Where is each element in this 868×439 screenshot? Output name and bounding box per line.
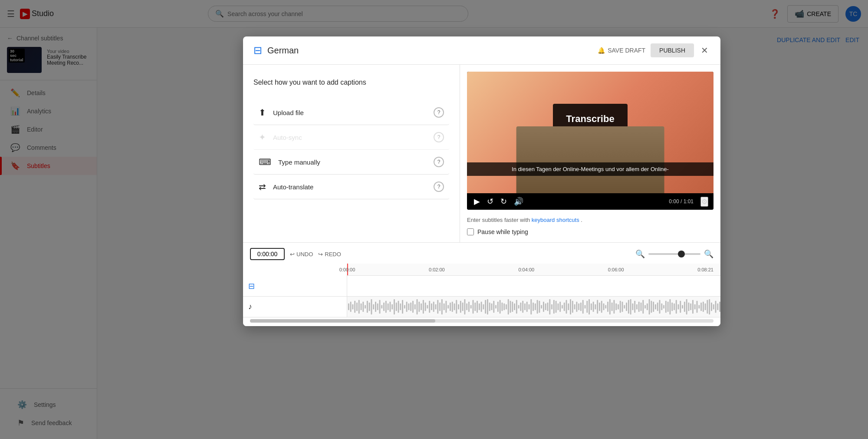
svg-rect-4 — [356, 303, 358, 311]
svg-rect-81 — [516, 300, 517, 314]
svg-rect-29 — [408, 304, 409, 310]
auto-translate-option[interactable]: ⇄ Auto-translate ? — [253, 175, 449, 199]
timeline-scroll[interactable] — [243, 317, 720, 326]
svg-rect-106 — [568, 304, 569, 310]
svg-rect-16 — [381, 305, 382, 309]
svg-rect-0 — [348, 304, 349, 310]
svg-rect-152 — [663, 305, 664, 309]
modal-body: Select how you want to add captions ⬆ Up… — [243, 65, 720, 242]
svg-rect-60 — [473, 300, 474, 314]
svg-rect-168 — [697, 301, 698, 313]
svg-rect-170 — [700, 303, 702, 311]
video-controls: ▶ ↺ ↻ 🔊 0:00 / 1:01 ⚙ — [467, 193, 713, 210]
svg-rect-112 — [580, 303, 582, 311]
svg-rect-176 — [713, 304, 714, 310]
svg-rect-121 — [599, 303, 600, 311]
person-image — [516, 126, 664, 193]
svg-rect-17 — [383, 303, 385, 311]
svg-rect-41 — [433, 302, 434, 312]
svg-rect-164 — [688, 303, 689, 311]
settings-button[interactable]: ⚙ — [700, 197, 708, 207]
svg-rect-150 — [659, 300, 661, 314]
svg-rect-26 — [402, 300, 403, 314]
svg-rect-84 — [522, 301, 523, 313]
svg-rect-33 — [417, 299, 418, 314]
svg-rect-56 — [464, 299, 465, 314]
svg-rect-43 — [437, 300, 438, 314]
svg-rect-57 — [466, 304, 467, 310]
svg-rect-54 — [460, 301, 461, 313]
scroll-bar — [250, 319, 713, 323]
svg-rect-21 — [391, 304, 393, 310]
svg-rect-107 — [570, 299, 571, 314]
svg-rect-117 — [591, 304, 592, 310]
zoom-slider[interactable] — [648, 253, 700, 255]
svg-rect-138 — [634, 301, 635, 313]
zoom-controls: 🔍 🔍 — [635, 249, 713, 259]
video-title-line1: Transcribe — [566, 113, 614, 124]
upload-icon: ⬆ — [259, 107, 266, 118]
svg-rect-105 — [566, 300, 567, 314]
svg-rect-160 — [680, 301, 681, 313]
svg-rect-91 — [537, 300, 538, 314]
undo-button[interactable]: ↩ UNDO — [290, 251, 313, 257]
save-draft-button[interactable]: 🔔 SAVE DRAFT — [598, 47, 645, 54]
timeline-ruler: 0:00:00 0:02:00 0:04:00 0:06:00 0:08:21 — [347, 264, 720, 276]
svg-rect-10 — [369, 303, 370, 311]
upload-file-option[interactable]: ⬆ Upload file ? — [253, 100, 449, 125]
type-manually-help-icon[interactable]: ? — [434, 157, 444, 167]
volume-button[interactable]: 🔊 — [512, 196, 525, 207]
svg-rect-32 — [414, 304, 416, 310]
svg-rect-174 — [709, 299, 710, 314]
zoom-out-icon[interactable]: 🔍 — [635, 249, 645, 259]
rewind-button[interactable]: ↺ — [485, 196, 495, 207]
svg-rect-95 — [545, 304, 546, 310]
scroll-thumb[interactable] — [250, 319, 435, 323]
auto-sync-left: ✦ Auto-sync — [259, 132, 302, 142]
type-manually-option[interactable]: ⌨ Type manually ? — [253, 150, 449, 175]
marker-3: 0:06:00 — [608, 267, 624, 272]
svg-rect-94 — [543, 302, 544, 312]
auto-translate-help-icon[interactable]: ? — [434, 182, 444, 192]
svg-rect-172 — [705, 304, 706, 310]
svg-rect-30 — [410, 303, 411, 311]
redo-button[interactable]: ↪ REDO — [318, 251, 341, 257]
svg-rect-111 — [578, 304, 579, 310]
video-subtitle-bar: In diesen Tagen der Online-Meetings und … — [467, 162, 713, 176]
svg-rect-124 — [605, 305, 606, 309]
svg-rect-116 — [589, 299, 590, 314]
svg-rect-28 — [406, 302, 408, 312]
svg-rect-78 — [510, 301, 511, 313]
svg-rect-108 — [572, 301, 573, 313]
time-input[interactable] — [250, 248, 285, 260]
close-button[interactable]: ✕ — [699, 43, 710, 57]
svg-rect-96 — [547, 303, 549, 311]
svg-rect-3 — [354, 301, 355, 313]
keyboard-shortcuts-hint: Enter subtitles faster with keyboard sho… — [467, 217, 713, 223]
svg-rect-87 — [529, 304, 530, 310]
svg-rect-70 — [493, 301, 494, 313]
type-manually-left: ⌨ Type manually — [259, 157, 320, 167]
svg-rect-37 — [425, 303, 426, 311]
svg-rect-125 — [607, 302, 608, 312]
publish-button[interactable]: PUBLISH — [651, 43, 694, 57]
zoom-in-icon[interactable]: 🔍 — [704, 249, 713, 259]
forward-button[interactable]: ↻ — [499, 196, 509, 207]
pause-while-typing-label[interactable]: Pause while typing — [467, 228, 713, 235]
svg-rect-123 — [603, 304, 605, 310]
upload-help-icon[interactable]: ? — [434, 107, 444, 118]
svg-rect-88 — [530, 299, 532, 314]
pause-while-typing-checkbox[interactable] — [467, 228, 474, 235]
svg-rect-104 — [564, 303, 565, 311]
keyboard-shortcuts-link[interactable]: keyboard shortcuts — [532, 217, 579, 223]
svg-rect-5 — [358, 300, 360, 314]
svg-rect-156 — [671, 303, 673, 311]
svg-rect-47 — [445, 301, 447, 313]
track-area: // Will be rendered as static rects via … — [347, 276, 720, 317]
waveform-svg: // Will be rendered as static rects via … — [347, 297, 720, 317]
svg-rect-169 — [698, 305, 700, 309]
play-button[interactable]: ▶ — [472, 196, 482, 207]
svg-rect-143 — [644, 305, 646, 309]
svg-rect-20 — [389, 302, 391, 312]
music-track-icon: ♪ — [248, 302, 252, 311]
